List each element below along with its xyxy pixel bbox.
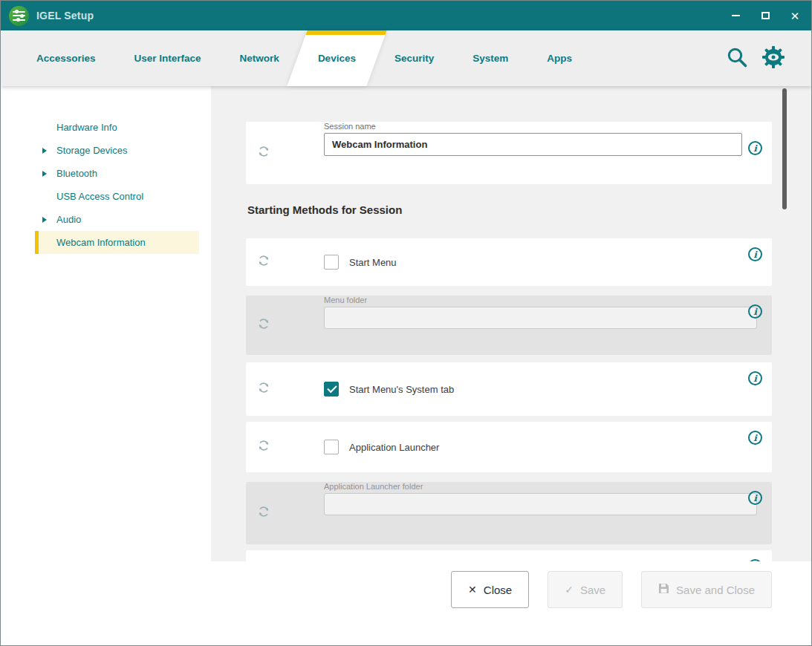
igel-logo-icon [9,6,29,26]
save-and-close-button[interactable]: Save and Close [641,571,772,608]
close-x-icon: ✕ [468,584,477,596]
window-controls: ✕ [730,10,801,22]
reset-to-default-icon[interactable] [257,439,270,455]
session-name-card: Session name [246,122,772,184]
menu-folder-row: Menu folder [246,296,772,355]
tab-user-interface[interactable]: User Interface [134,30,201,86]
maximize-icon [761,12,770,19]
tab-devices[interactable]: Devices [318,30,356,86]
vertical-scrollbar-thumb[interactable] [782,88,787,209]
start-menu-checkbox[interactable] [324,255,339,270]
start-menu-system-tab-checkbox[interactable] [324,382,339,397]
application-launcher-folder-input[interactable] [324,493,757,515]
footer: ✕ Close ✓ Save Save and Close [1,561,811,645]
session-name-field: Session name [324,122,742,156]
expander-icon[interactable] [42,148,47,154]
reset-to-default-icon[interactable] [257,145,270,161]
igel-setup-window: IGEL Setup ✕ Accessories User Interface … [0,0,812,646]
section-heading: Starting Methods for Session [247,203,772,216]
application-launcher-folder-field: Application Launcher folder [324,482,757,515]
tab-network[interactable]: Network [240,30,279,86]
application-launcher-folder-label: Application Launcher folder [324,482,757,491]
application-launcher-checkbox[interactable] [324,440,339,454]
start-menu-system-tab-row: Start Menu's System tab [246,362,772,416]
body: Hardware Info Storage Devices Bluetooth … [1,86,811,561]
menu-folder-input[interactable] [324,307,757,329]
session-name-label: Session name [324,122,742,131]
tab-accessories[interactable]: Accessories [36,30,96,86]
checkbox-label: Application Launcher [349,442,439,453]
info-icon[interactable] [748,491,762,505]
info-icon[interactable] [748,371,762,385]
floppy-disk-icon [658,583,669,596]
minimize-button[interactable] [730,10,741,22]
checkbox-label: Start Menu's System tab [349,384,454,395]
titlebar: IGEL Setup ✕ [1,1,811,30]
sidebar: Hardware Info Storage Devices Bluetooth … [1,86,211,561]
tab-bar: Accessories User Interface Network Devic… [1,30,811,86]
sidebar-item-webcam-information[interactable]: Webcam Information [35,231,199,254]
checkbox-label: Start Menu [349,257,397,268]
sidebar-item-storage-devices[interactable]: Storage Devices [1,139,211,162]
session-name-input[interactable] [324,133,742,156]
info-icon[interactable] [748,141,762,155]
expander-icon[interactable] [42,217,47,223]
application-launcher-folder-row: Application Launcher folder [246,482,772,544]
tab-apps[interactable]: Apps [547,30,572,86]
tabbar-icons [725,45,786,73]
check-icon: ✓ [565,584,574,596]
reset-to-default-icon[interactable] [257,381,270,397]
reset-to-default-icon[interactable] [257,317,270,333]
menu-folder-label: Menu folder [324,296,757,304]
minimize-icon [732,15,740,16]
info-icon[interactable] [748,247,762,261]
sidebar-item-bluetooth[interactable]: Bluetooth [1,162,211,185]
reset-to-default-icon[interactable] [257,505,270,521]
sidebar-item-audio[interactable]: Audio [1,208,211,231]
tab-system[interactable]: System [472,30,508,86]
close-button[interactable]: ✕ Close [451,571,529,608]
info-icon[interactable] [748,431,762,445]
info-icon[interactable] [748,304,762,319]
reset-to-default-icon[interactable] [257,254,270,270]
window-title: IGEL Setup [36,10,94,22]
sidebar-item-hardware-info[interactable]: Hardware Info [1,116,211,139]
sidebar-item-usb-access-control[interactable]: USB Access Control [1,185,211,208]
main-content: Session name Starting Methods for Sessio… [211,86,811,561]
application-launcher-row: Application Launcher [246,422,772,472]
tabs: Accessories User Interface Network Devic… [36,30,572,86]
maximize-button[interactable] [759,10,771,22]
partial-row [246,550,772,561]
expander-icon[interactable] [42,171,47,177]
tab-security[interactable]: Security [394,30,434,86]
save-button[interactable]: ✓ Save [548,571,623,608]
start-menu-row: Start Menu [246,238,772,286]
gear-eye-icon[interactable] [761,45,786,73]
menu-folder-field: Menu folder [324,296,757,329]
search-icon[interactable] [725,45,749,72]
close-window-button[interactable]: ✕ [789,10,801,22]
